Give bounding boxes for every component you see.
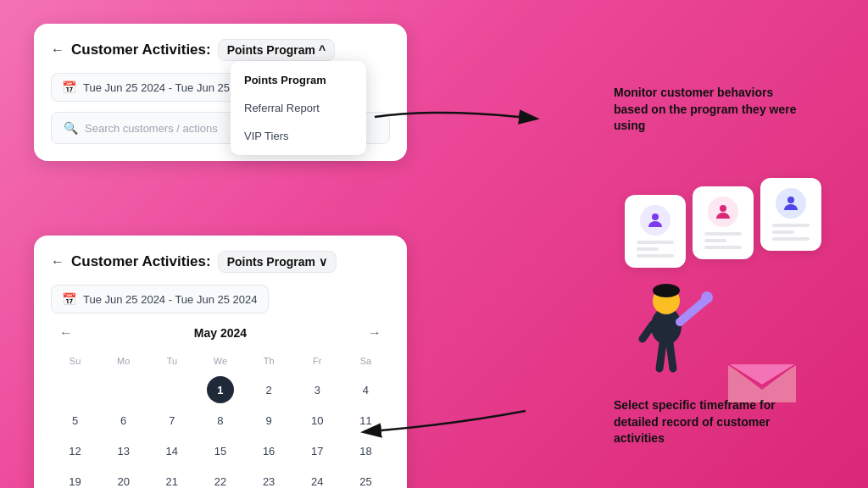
card-line (772, 224, 810, 227)
bottom-card: ← Customer Activities: Points Program ∨ … (34, 236, 407, 488)
dropdown-item-points[interactable]: Points Program (231, 66, 366, 94)
profile-card-1 (625, 195, 686, 268)
cal-day-7[interactable]: 7 (159, 407, 186, 434)
back-arrow-icon[interactable]: ← (51, 42, 64, 58)
card-line (704, 232, 742, 236)
day-header-th: Th (245, 352, 293, 369)
cal-day-24[interactable]: 24 (303, 468, 331, 488)
program-dropdown: Points Program Referral Report VIP Tiers (231, 61, 366, 155)
cal-day-10[interactable]: 10 (303, 407, 331, 434)
dropdown-item-vip[interactable]: VIP Tiers (231, 122, 366, 150)
svg-line-9 (659, 343, 663, 369)
bottom-page-title: Customer Activities: (71, 253, 211, 270)
cal-day-22[interactable]: 22 (207, 468, 234, 488)
svg-line-10 (670, 343, 673, 369)
program-badge-label: Points Program (227, 43, 315, 57)
chevron-down-icon: ∨ (319, 255, 327, 269)
cal-day-8[interactable]: 8 (207, 407, 234, 434)
bottom-program-selector[interactable]: Points Program ∨ (218, 251, 337, 273)
cal-day-2[interactable]: 2 (255, 376, 282, 403)
cal-day-6[interactable]: 6 (110, 407, 137, 434)
cal-day-12[interactable]: 12 (62, 437, 89, 464)
cal-day-19[interactable]: 19 (62, 468, 89, 488)
annotation-bottom-text: Select specific timeframe for detailed r… (614, 398, 776, 445)
card-line-short (637, 247, 659, 251)
calendar-nav: ← May 2024 → (51, 324, 390, 342)
arrow-top-svg (366, 92, 536, 142)
calendar: ← May 2024 → Su Mo Tu We Th Fr Sa 1 2 3 (51, 324, 390, 488)
card-line (637, 254, 674, 258)
annotation-top-text: Monitor customer behaviors based on the … (614, 86, 797, 132)
bottom-date-range-text: Tue Jun 25 2024 - Tue Jun 25 2024 (83, 293, 258, 306)
page-title: Customer Activities: (71, 42, 211, 58)
card-line-short (704, 239, 726, 242)
annotation-top: Monitor customer behaviors based on the … (614, 85, 800, 135)
cards-illustration (625, 195, 821, 268)
day-header-we: We (196, 352, 244, 369)
cal-day-empty (159, 376, 186, 403)
avatar-2 (708, 197, 738, 227)
card-line (772, 237, 810, 241)
svg-point-1 (652, 214, 659, 220)
svg-line-8 (643, 324, 653, 339)
avatar-3 (776, 188, 806, 219)
profile-card-2 (693, 186, 754, 259)
card-lines-1 (637, 241, 674, 258)
annotation-bottom: Select specific timeframe for detailed r… (614, 397, 817, 447)
card-lines-3 (772, 224, 810, 241)
calendar-grid: Su Mo Tu We Th Fr Sa 1 2 3 4 5 6 (51, 352, 390, 488)
cal-day-17[interactable]: 17 (303, 437, 331, 464)
person-illustration (631, 275, 724, 402)
bottom-card-header: ← Customer Activities: Points Program ∨ (51, 251, 390, 273)
search-icon: 🔍 (64, 121, 78, 135)
dropdown-item-referral[interactable]: Referral Report (231, 94, 366, 122)
svg-point-3 (787, 197, 794, 203)
cal-day-20[interactable]: 20 (110, 468, 137, 488)
arrow-bottom-svg (373, 398, 542, 449)
card-lines-2 (704, 232, 742, 249)
calendar-week-2: 5 6 7 8 9 10 11 (51, 407, 390, 434)
bottom-program-badge-label: Points Program (227, 255, 315, 269)
cal-day-21[interactable]: 21 (159, 468, 186, 488)
day-header-sa: Sa (342, 352, 390, 369)
cal-day-16[interactable]: 16 (255, 437, 282, 464)
cal-day-empty (62, 376, 89, 403)
card-line (704, 246, 742, 249)
avatar-1 (640, 205, 670, 236)
profile-card-3 (760, 178, 821, 251)
bottom-calendar-icon: 📅 (62, 292, 76, 306)
calendar-header-row: Su Mo Tu We Th Fr Sa (51, 352, 390, 369)
cal-day-1[interactable]: 1 (207, 376, 234, 403)
cal-day-9[interactable]: 9 (255, 407, 282, 434)
day-header-mo: Mo (99, 352, 147, 369)
day-header-su: Su (51, 352, 99, 369)
cal-day-23[interactable]: 23 (255, 468, 282, 488)
bottom-date-range-row[interactable]: 📅 Tue Jun 25 2024 - Tue Jun 25 2024 (51, 285, 269, 313)
prev-month-button[interactable]: ← (54, 324, 78, 342)
day-header-tu: Tu (147, 352, 196, 369)
calendar-week-1: 1 2 3 4 (51, 376, 390, 403)
calendar-icon: 📅 (62, 80, 76, 94)
day-header-fr: Fr (293, 352, 342, 369)
calendar-week-3: 12 13 14 15 16 17 18 (51, 437, 390, 464)
cal-day-25[interactable]: 25 (352, 468, 379, 488)
svg-point-2 (720, 205, 726, 212)
cal-day-empty (110, 376, 137, 403)
cal-day-15[interactable]: 15 (207, 437, 234, 464)
top-card-header: ← Customer Activities: Points Program ^ (51, 39, 390, 61)
svg-point-11 (701, 291, 713, 303)
cal-day-14[interactable]: 14 (159, 437, 186, 464)
bottom-back-arrow-icon[interactable]: ← (51, 254, 64, 269)
card-line (637, 241, 674, 244)
card-line-short (772, 230, 794, 234)
svg-point-6 (653, 284, 680, 297)
next-month-button[interactable]: → (363, 324, 387, 342)
calendar-week-4: 19 20 21 22 23 24 25 (51, 468, 390, 488)
svg-line-7 (680, 299, 707, 322)
search-placeholder-text: Search customers / actions (85, 122, 218, 135)
chevron-up-icon: ^ (319, 43, 326, 57)
cal-day-5[interactable]: 5 (62, 407, 89, 434)
cal-day-3[interactable]: 3 (303, 376, 331, 403)
program-selector[interactable]: Points Program ^ (218, 39, 335, 61)
cal-day-13[interactable]: 13 (110, 437, 137, 464)
